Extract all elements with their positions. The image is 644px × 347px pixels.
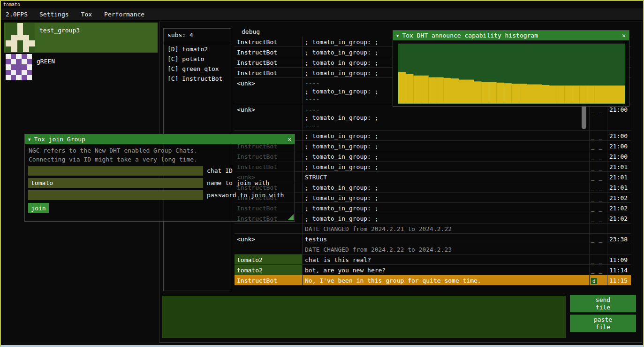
delivered-badge: d bbox=[591, 278, 597, 284]
chat-flags: _ _ bbox=[589, 254, 607, 264]
dht-histogram-window: ▼ Tox DHT announce capability histogram … bbox=[393, 30, 629, 107]
collapse-arrow-icon[interactable]: ▼ bbox=[28, 137, 30, 142]
menu-item-settings[interactable]: Settings bbox=[33, 11, 75, 18]
group-name: test_group3 bbox=[39, 27, 80, 34]
debug-toggle[interactable]: debug bbox=[242, 28, 260, 35]
chat-message: ; tomato_in_group: ; bbox=[302, 203, 589, 213]
chat-timestamp: 11:15 bbox=[607, 275, 631, 285]
chat-sender: <unk> bbox=[235, 234, 302, 244]
window-titlebar[interactable]: tomato bbox=[1, 1, 643, 8]
label-join-password: password to join with bbox=[207, 190, 284, 200]
divider bbox=[164, 42, 231, 42]
menu-item-performance[interactable]: Performance bbox=[98, 11, 151, 18]
chat-sender: tomato2 bbox=[235, 254, 302, 264]
close-icon[interactable]: ✕ bbox=[288, 136, 291, 143]
input-join-name[interactable] bbox=[28, 178, 203, 188]
chat-message: ; tomato_in_group: ; bbox=[302, 141, 589, 151]
chat-flags: _ _ bbox=[589, 203, 607, 213]
chat-timestamp: 21:00 bbox=[607, 131, 631, 140]
histogram-plot bbox=[398, 44, 625, 104]
collapse-arrow-icon[interactable]: ▼ bbox=[396, 33, 399, 38]
menu-bar: 2.0FPS SettingsToxPerformance bbox=[1, 8, 643, 21]
resize-grip-icon[interactable] bbox=[288, 214, 294, 220]
histogram-plot-svg bbox=[398, 44, 625, 103]
chat-message: ; tomato_in_group: ; bbox=[302, 193, 589, 202]
chat-message: ; tomato_in_group: ; bbox=[302, 131, 589, 140]
send-file-button[interactable]: send file bbox=[570, 295, 636, 312]
chat-timestamp: 23:38 bbox=[607, 234, 631, 244]
chat-flags: _ _ bbox=[589, 104, 607, 130]
join-description-line2: Connecting via ID might take a very long… bbox=[29, 156, 197, 163]
date-separator-row[interactable]: DATE CHANGED from 2024.2.21 to 2024.2.22 bbox=[235, 224, 631, 234]
chat-message: bot, are you new here? bbox=[302, 265, 589, 275]
chat-row[interactable]: tomato2chat is this real?_ _11:09 bbox=[235, 254, 631, 265]
chat-timestamp: 11:14 bbox=[607, 265, 631, 275]
paste-file-button[interactable]: paste file bbox=[570, 315, 636, 332]
chat-flags bbox=[589, 224, 607, 233]
chat-flags: _ _ bbox=[589, 151, 607, 161]
window-title: tomato bbox=[3, 2, 20, 7]
chat-message: ; tomato_in_group: ; bbox=[302, 151, 589, 161]
group-avatar bbox=[6, 23, 35, 52]
chat-flags: d bbox=[589, 275, 607, 285]
chat-message: DATE CHANGED from 2024.2.22 to 2024.2.23 bbox=[302, 244, 589, 254]
chat-timestamp: 21:00 bbox=[607, 104, 631, 130]
chat-timestamp: 21:00 bbox=[607, 141, 631, 151]
chat-message: testus bbox=[302, 234, 589, 244]
chat-row[interactable]: tomato2bot, are you new here?_ _11:14 bbox=[235, 265, 631, 275]
chat-message: chat is this real? bbox=[302, 254, 589, 264]
input-join-password[interactable] bbox=[28, 190, 203, 200]
date-separator-row[interactable]: DATE CHANGED from 2024.2.22 to 2024.2.23 bbox=[235, 244, 631, 254]
chat-row[interactable]: <unk>---- ; tomato_in_group: ; ----_ _21… bbox=[235, 104, 631, 131]
group-name: gREEN bbox=[37, 58, 55, 65]
group-item-gREEN[interactable]: gREEN bbox=[4, 54, 158, 82]
join-description-line1: NGC refers to the New DHT enabled Group … bbox=[29, 147, 197, 154]
chat-timestamp: 21:00 bbox=[607, 151, 631, 161]
chat-message: ---- ; tomato_in_group: ; ---- bbox=[302, 104, 589, 130]
chat-message: ; tomato_in_group: ; bbox=[302, 182, 589, 192]
member-item[interactable]: [C] potato bbox=[164, 54, 231, 64]
label-join-name: name to join with bbox=[207, 178, 269, 188]
chat-timestamp: 21:01 bbox=[607, 182, 631, 192]
chat-sender: InstructBot bbox=[235, 68, 302, 77]
chat-timestamp: 21:01 bbox=[607, 162, 631, 171]
group-item-test_group3[interactable]: test_group3 bbox=[4, 23, 158, 53]
member-item[interactable]: [C] InstructBot bbox=[164, 74, 231, 84]
chat-timestamp bbox=[607, 244, 631, 254]
chat-row[interactable]: <unk>testus_ _23:38 bbox=[235, 234, 631, 244]
chat-sender: InstructBot bbox=[235, 37, 302, 46]
chat-message: STRUCT bbox=[302, 172, 589, 182]
chat-flags: _ _ bbox=[589, 172, 607, 182]
chat-sender: tomato2 bbox=[235, 265, 302, 275]
chat-flags: _ _ bbox=[589, 131, 607, 140]
chat-row[interactable]: InstructBotNo, I've been in this group f… bbox=[235, 275, 631, 285]
chat-sender: <unk> bbox=[235, 104, 302, 130]
member-item[interactable]: [C] green_qtox bbox=[164, 64, 231, 74]
message-input[interactable] bbox=[162, 296, 566, 338]
chat-timestamp: 21:02 bbox=[607, 203, 631, 213]
chat-flags: _ _ bbox=[589, 141, 607, 151]
join-titlebar[interactable]: ▼ Tox join Group ✕ bbox=[25, 134, 295, 144]
chat-flags: _ _ bbox=[589, 234, 607, 244]
menu-items: SettingsToxPerformance bbox=[33, 11, 151, 18]
chat-message: ; tomato_in_group: ; bbox=[302, 162, 589, 171]
chat-message: No, I've been in this group for quite so… bbox=[302, 275, 589, 285]
app-window: tomato 2.0FPS SettingsToxPerformance tes… bbox=[0, 0, 644, 347]
chat-flags: _ _ bbox=[589, 265, 607, 275]
chat-sender bbox=[235, 224, 302, 233]
join-group-window: ▼ Tox join Group ✕ NGC refers to the New… bbox=[24, 134, 295, 222]
member-list: [D] tomato2[C] potato[C] green_qtox[C] I… bbox=[164, 44, 231, 84]
chat-flags: _ _ bbox=[589, 182, 607, 192]
chat-flags: _ _ bbox=[589, 193, 607, 202]
menu-item-tox[interactable]: Tox bbox=[75, 11, 98, 18]
chat-message: DATE CHANGED from 2024.2.21 to 2024.2.22 bbox=[302, 224, 589, 233]
chat-flags: _ _ bbox=[589, 213, 607, 223]
fps-counter: 2.0FPS bbox=[1, 11, 33, 18]
chat-timestamp: 21:01 bbox=[607, 172, 631, 182]
histogram-titlebar[interactable]: ▼ Tox DHT announce capability histogram … bbox=[393, 31, 629, 40]
close-icon[interactable]: ✕ bbox=[622, 32, 626, 39]
input-chat-id[interactable] bbox=[28, 166, 203, 176]
member-item[interactable]: [D] tomato2 bbox=[164, 44, 231, 54]
join-button[interactable]: join bbox=[28, 203, 49, 213]
chat-flags: _ _ bbox=[589, 162, 607, 171]
